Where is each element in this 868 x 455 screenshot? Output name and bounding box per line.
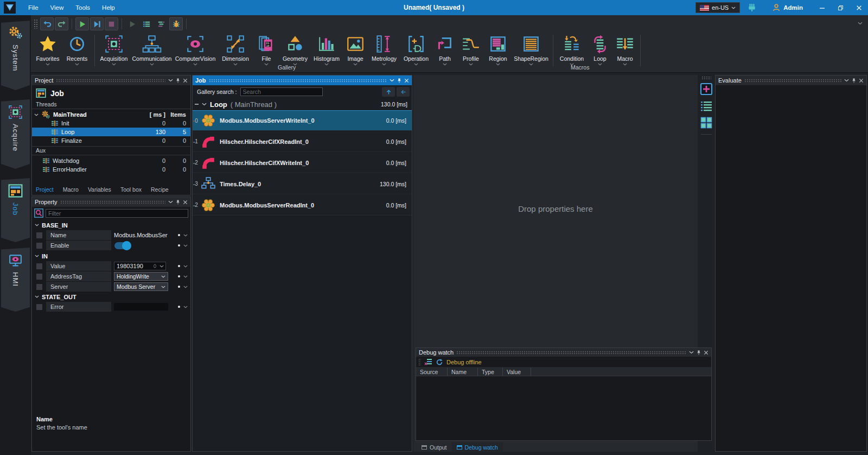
- thread-row-init[interactable]: Init 0 0: [32, 119, 190, 128]
- menu-view[interactable]: View: [44, 0, 70, 15]
- menu-tools[interactable]: Tools: [69, 0, 96, 15]
- evaluate-panel-header[interactable]: Evaluate: [716, 75, 866, 85]
- ribbon-item-file[interactable]: 01 10 File: [253, 31, 279, 66]
- thread-root-row[interactable]: MainThread [ ms ] Items: [32, 110, 190, 119]
- value-dropdown-icon[interactable]: [159, 265, 164, 268]
- spin-down-icon[interactable]: [153, 266, 157, 268]
- ribbon-item-profile[interactable]: Profile: [457, 31, 484, 66]
- job-item-row[interactable]: 2 Modbus.ModbusServerReadInt_0 0.0 [ms]: [193, 195, 412, 216]
- group-chevron-icon[interactable]: [202, 103, 207, 106]
- close-button[interactable]: [850, 0, 868, 15]
- binding-dot[interactable]: [178, 244, 180, 247]
- ribbon-item-region[interactable]: Region: [484, 31, 512, 66]
- column-value[interactable]: Value: [503, 368, 531, 376]
- project-panel-header[interactable]: Project: [32, 75, 190, 85]
- close-icon[interactable]: [183, 78, 188, 83]
- menu-file[interactable]: File: [22, 0, 44, 15]
- sidebar-item-hmi[interactable]: HMI: [1, 248, 30, 312]
- undo-button[interactable]: [40, 17, 54, 30]
- tree-expand-icon[interactable]: [34, 113, 39, 116]
- row-chevron-icon[interactable]: [183, 275, 188, 278]
- row-chevron-icon[interactable]: [183, 234, 188, 237]
- row-chevron-icon[interactable]: [183, 265, 188, 268]
- restore-button[interactable]: [831, 0, 850, 15]
- close-icon[interactable]: [859, 78, 864, 83]
- debug-panel-header[interactable]: Debug watch: [416, 348, 711, 357]
- tab-project[interactable]: Project: [36, 186, 59, 193]
- row-checkbox[interactable]: [36, 304, 42, 310]
- collapse-chevron-icon[interactable]: [689, 351, 694, 354]
- loop-group-header[interactable]: Loop ( MainThread ) 130.0 [ms]: [193, 98, 412, 110]
- ribbon-item-loop[interactable]: Loop: [588, 31, 612, 66]
- navigate-back-button[interactable]: [397, 87, 410, 97]
- filter-input[interactable]: [46, 209, 188, 218]
- job-item-row[interactable]: 1 Hilscher.HilscherCifXReadInt_0 0.0 [ms…: [193, 131, 412, 152]
- row-chevron-icon[interactable]: [183, 244, 188, 247]
- dongle-icon[interactable]: [748, 3, 756, 12]
- binding-dot[interactable]: [178, 306, 180, 308]
- sidebar-item-job[interactable]: Job: [1, 178, 30, 242]
- section-base-in[interactable]: BASE_IN: [32, 221, 190, 229]
- column-type[interactable]: Type: [478, 368, 503, 376]
- redo-button[interactable]: [55, 17, 68, 30]
- aux-row-watchdog[interactable]: Watchdog 0 0: [32, 156, 190, 165]
- move-up-button[interactable]: [382, 87, 395, 97]
- binding-dot[interactable]: [178, 286, 180, 288]
- add-evaluate-button[interactable]: [700, 83, 713, 96]
- ribbon-item-image[interactable]: Image: [342, 31, 368, 66]
- tab-debug-watch[interactable]: Debug watch: [452, 442, 503, 452]
- debug-button[interactable]: [169, 17, 183, 30]
- collapse-chevron-icon[interactable]: [168, 200, 173, 204]
- row-checkbox[interactable]: [36, 232, 42, 238]
- job-item-row[interactable]: 3 Times.Delay_0 130.0 [ms]: [193, 174, 412, 194]
- run-button[interactable]: [75, 17, 89, 30]
- ribbon-item-metrology[interactable]: Metrology: [368, 31, 400, 66]
- row-chevron-icon[interactable]: [183, 306, 188, 308]
- grid-view-button[interactable]: [700, 116, 713, 129]
- aux-row-errorhandler[interactable]: ErrorHandler 0 0: [32, 165, 190, 174]
- collapse-chevron-icon[interactable]: [390, 79, 394, 82]
- section-collapse-icon[interactable]: [35, 255, 39, 257]
- pin-icon[interactable]: [397, 78, 401, 84]
- step-run-button[interactable]: [90, 17, 104, 30]
- list-view-button[interactable]: [700, 99, 713, 112]
- minimize-button[interactable]: [813, 0, 831, 15]
- value-spinner[interactable]: 19803190: [114, 262, 166, 270]
- row-checkbox[interactable]: [36, 263, 42, 269]
- language-select[interactable]: en-US: [695, 2, 740, 13]
- ribbon-collapse-chevron[interactable]: [858, 22, 863, 25]
- close-icon[interactable]: [183, 200, 188, 205]
- step-list-button[interactable]: [155, 17, 168, 30]
- pin-icon[interactable]: [852, 78, 856, 84]
- job-panel-header[interactable]: Job: [193, 75, 412, 85]
- menu-help[interactable]: Help: [96, 0, 121, 15]
- thread-row-loop[interactable]: Loop 130 5: [32, 128, 190, 136]
- job-item-row[interactable]: 2 Hilscher.HilscherCifXWriteInt_0 0.0 [m…: [193, 153, 412, 173]
- section-in[interactable]: IN: [32, 252, 190, 260]
- ribbon-item-dimension[interactable]: Dimension: [218, 31, 253, 66]
- section-collapse-icon[interactable]: [35, 295, 39, 298]
- binding-dot[interactable]: [178, 265, 180, 267]
- column-name[interactable]: Name: [448, 368, 478, 376]
- ribbon-item-macro[interactable]: Macro: [612, 31, 638, 66]
- spin-up-icon[interactable]: [153, 264, 157, 266]
- stop-button[interactable]: [105, 17, 118, 30]
- row-chevron-icon[interactable]: [183, 286, 188, 288]
- tab-output[interactable]: Output: [417, 442, 452, 452]
- sidebar-item-acquire[interactable]: Acquire: [1, 99, 30, 169]
- clear-watch-icon[interactable]: [424, 358, 432, 365]
- server-select[interactable]: Modbus Server: [114, 282, 168, 291]
- ribbon-item-geometry[interactable]: Geometry: [279, 31, 311, 66]
- ribbon-item-operation[interactable]: Operation: [400, 31, 432, 66]
- ribbon-item-communication[interactable]: Communication: [131, 31, 173, 66]
- close-icon[interactable]: [404, 78, 409, 83]
- row-checkbox[interactable]: [36, 274, 42, 280]
- toolbar-drag-handle[interactable]: [34, 19, 38, 29]
- binding-dot[interactable]: [178, 275, 180, 277]
- refresh-icon[interactable]: [436, 358, 443, 366]
- addresstag-select[interactable]: HoldingWrite: [114, 272, 168, 281]
- close-icon[interactable]: [704, 350, 709, 355]
- pin-icon[interactable]: [697, 350, 701, 356]
- column-source[interactable]: Source: [416, 368, 448, 376]
- ribbon-item-condition[interactable]: Condition: [556, 31, 588, 66]
